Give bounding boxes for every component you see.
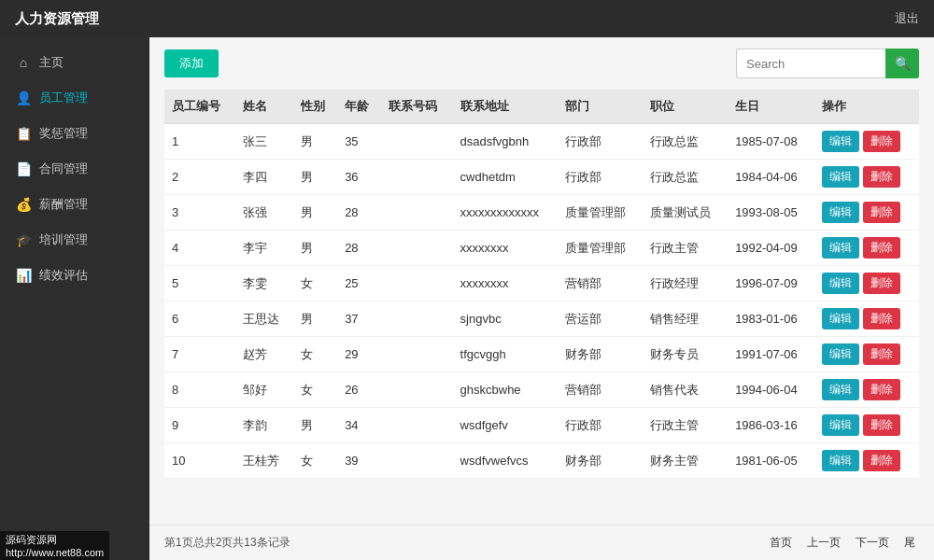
sidebar-item-employee[interactable]: 👤 员工管理	[0, 80, 149, 116]
table-cell: 1993-08-05	[728, 195, 814, 231]
table-cell: cwdhetdm	[453, 160, 559, 195]
search-button[interactable]: 🔍	[885, 49, 919, 78]
delete-button[interactable]: 删除	[863, 237, 900, 259]
table-cell: 女	[293, 266, 337, 301]
edit-button[interactable]: 编辑	[822, 414, 859, 436]
table-actions-cell: 编辑删除	[814, 195, 919, 231]
footer: 第1页总共2页共13条记录 首页 上一页 下一页 尾	[149, 525, 934, 560]
table-cell: 36	[337, 160, 381, 195]
sidebar-item-performance[interactable]: 📊 绩效评估	[0, 258, 149, 293]
edit-button[interactable]: 编辑	[822, 450, 859, 471]
table-cell: 1994-06-04	[728, 372, 814, 408]
table-cell: 6	[164, 301, 235, 337]
watermark: 源码资源网 http://www.net88.com	[0, 531, 109, 560]
table-row: 7赵芳女29tfgcvggh财务部财务专员1991-07-06编辑删除	[164, 337, 919, 372]
table-cell: 26	[337, 372, 381, 408]
sidebar-item-label-contract: 合同管理	[39, 161, 88, 177]
table-cell	[381, 372, 452, 408]
table-cell: tfgcvggh	[453, 337, 559, 372]
edit-button[interactable]: 编辑	[822, 202, 859, 223]
table-cell: 10	[164, 443, 235, 479]
sidebar-item-salary[interactable]: 💰 薪酬管理	[0, 187, 149, 222]
delete-button[interactable]: 删除	[863, 308, 900, 329]
table-cell: 9	[164, 408, 235, 443]
logout-button[interactable]: 退出	[895, 10, 919, 27]
table-cell	[381, 337, 452, 372]
sidebar-item-label-salary: 薪酬管理	[39, 196, 88, 213]
table-cell	[381, 195, 452, 231]
table-cell: 营销部	[558, 372, 643, 408]
table-cell: 1984-04-06	[728, 160, 814, 195]
edit-button[interactable]: 编辑	[822, 273, 859, 294]
table-cell: 1996-07-09	[728, 266, 814, 301]
table-cell: 1985-07-08	[728, 124, 814, 160]
table-cell: 5	[164, 266, 235, 301]
table-actions-cell: 编辑删除	[814, 443, 919, 479]
edit-button[interactable]: 编辑	[822, 308, 859, 329]
table-cell: 1986-03-16	[728, 408, 814, 443]
first-page-button[interactable]: 首页	[766, 533, 796, 553]
table-cell: 男	[293, 231, 337, 266]
sidebar-item-training[interactable]: 🎓 培训管理	[0, 222, 149, 258]
sidebar-item-contract[interactable]: 📄 合同管理	[0, 151, 149, 187]
sidebar-item-label-training: 培训管理	[39, 231, 88, 248]
rewards-icon: 📋	[15, 126, 32, 141]
table-cell: 销售代表	[643, 372, 728, 408]
sidebar-item-label-rewards: 奖惩管理	[39, 125, 88, 142]
table-cell: ghskcbwhe	[453, 372, 559, 408]
delete-button[interactable]: 删除	[863, 450, 900, 471]
delete-button[interactable]: 删除	[863, 202, 900, 223]
home-icon: ⌂	[15, 55, 32, 70]
sidebar-item-rewards[interactable]: 📋 奖惩管理	[0, 116, 149, 151]
delete-button[interactable]: 删除	[863, 166, 900, 188]
table-row: 8邹好女26ghskcbwhe营销部销售代表1994-06-04编辑删除	[164, 372, 919, 408]
edit-button[interactable]: 编辑	[822, 343, 859, 365]
delete-button[interactable]: 删除	[863, 343, 900, 365]
pagination: 首页 上一页 下一页 尾	[766, 533, 919, 553]
delete-button[interactable]: 删除	[863, 414, 900, 436]
edit-button[interactable]: 编辑	[822, 237, 859, 259]
performance-icon: 📊	[15, 268, 32, 283]
watermark-line2: http://www.net88.com	[6, 547, 104, 558]
delete-button[interactable]: 删除	[863, 131, 900, 152]
search-icon: 🔍	[895, 56, 911, 71]
table-cell: 营销部	[558, 266, 643, 301]
table-cell: 王思达	[235, 301, 293, 337]
table-actions-cell: 编辑删除	[814, 124, 919, 160]
table-cell	[381, 231, 452, 266]
search-input[interactable]	[736, 49, 885, 78]
table-cell: 李四	[235, 160, 293, 195]
add-button[interactable]: 添加	[164, 49, 219, 77]
prev-page-button[interactable]: 上一页	[803, 533, 844, 553]
edit-button[interactable]: 编辑	[822, 379, 859, 400]
table-row: 2李四男36cwdhetdm行政部行政总监1984-04-06编辑删除	[164, 160, 919, 195]
table-cell: 行政主管	[643, 231, 728, 266]
table-cell	[381, 301, 452, 337]
next-page-button[interactable]: 下一页	[852, 533, 893, 553]
delete-button[interactable]: 删除	[863, 379, 900, 400]
last-page-button[interactable]: 尾	[900, 533, 919, 553]
table-cell: 1981-06-05	[728, 443, 814, 479]
col-address: 联系地址	[453, 90, 559, 124]
search-area: 🔍	[736, 49, 919, 78]
table-cell: 7	[164, 337, 235, 372]
employee-icon: 👤	[15, 91, 32, 105]
edit-button[interactable]: 编辑	[822, 166, 859, 188]
table-cell	[381, 124, 452, 160]
training-icon: 🎓	[15, 232, 32, 247]
sidebar-item-home[interactable]: ⌂ 主页	[0, 45, 149, 80]
table-cell: 张强	[235, 195, 293, 231]
delete-button[interactable]: 删除	[863, 273, 900, 294]
pagination-info: 第1页总共2页共13条记录	[164, 535, 290, 551]
edit-button[interactable]: 编辑	[822, 131, 859, 152]
table-actions-cell: 编辑删除	[814, 408, 919, 443]
table-cell: 女	[293, 337, 337, 372]
table-cell: xxxxxxxx	[453, 266, 559, 301]
table-cell: 1983-01-06	[728, 301, 814, 337]
app-title: 人力资源管理	[15, 10, 99, 28]
table-cell: 女	[293, 372, 337, 408]
table-cell: 质量管理部	[558, 195, 643, 231]
table-cell: 39	[337, 443, 381, 479]
table-cell: dsadsfvgbnh	[453, 124, 559, 160]
col-actions: 操作	[814, 90, 919, 124]
